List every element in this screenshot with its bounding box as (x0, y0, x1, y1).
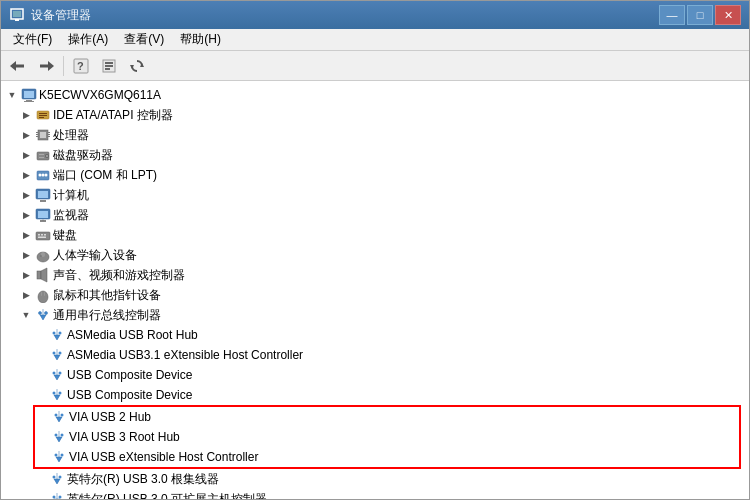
forward-button[interactable] (33, 54, 59, 78)
svg-rect-21 (39, 115, 47, 116)
maximize-button[interactable]: □ (687, 5, 713, 25)
expand-monitor[interactable]: ▶ (19, 208, 33, 222)
tree-root-item[interactable]: ▼ K5ECWVX6GMQ611A (1, 85, 749, 105)
expand-ide[interactable]: ▶ (19, 108, 33, 122)
tree-item-hid[interactable]: ▶ 人体学输入设备 (1, 245, 749, 265)
tree-item-computer[interactable]: ▶ 计算机 (1, 185, 749, 205)
tree-root: ▼ K5ECWVX6GMQ611A ▶ (1, 85, 749, 499)
tree-item-sound[interactable]: ▶ 声音、视频和游戏控制器 (1, 265, 749, 285)
intel-root-label: 英特尔(R) USB 3.0 根集线器 (67, 471, 219, 488)
svg-point-33 (46, 155, 48, 157)
tree-item-asmedia-host[interactable]: ASMedia USB3.1 eXtensible Host Controlle… (1, 345, 749, 365)
tree-item-via-usb2[interactable]: VIA USB 2 Hub (35, 407, 739, 427)
svg-rect-24 (40, 132, 46, 138)
svg-rect-44 (38, 211, 48, 218)
svg-point-68 (53, 392, 56, 395)
expand-hid[interactable]: ▶ (19, 248, 33, 262)
via-usb2-icon (51, 409, 67, 425)
minimize-button[interactable]: — (659, 5, 685, 25)
disk-label: 磁盘驱动器 (53, 147, 113, 164)
tree-item-keyboard[interactable]: ▶ 键盘 (1, 225, 749, 245)
usb-hub-icon-1 (49, 327, 65, 343)
tree-item-composite-2[interactable]: USB Composite Device (1, 385, 749, 405)
tree-item-composite-1[interactable]: USB Composite Device (1, 365, 749, 385)
expand-sound[interactable]: ▶ (19, 268, 33, 282)
expand-disk[interactable]: ▶ (19, 148, 33, 162)
port-label: 端口 (COM 和 LPT) (53, 167, 157, 184)
tree-item-monitor[interactable]: ▶ 监视器 (1, 205, 749, 225)
expand-computer[interactable]: ▶ (19, 188, 33, 202)
menu-action[interactable]: 操作(A) (60, 29, 116, 50)
svg-rect-12 (105, 68, 110, 70)
svg-point-70 (55, 414, 58, 417)
leaf-via-ext (35, 450, 49, 464)
svg-rect-22 (39, 117, 44, 118)
svg-rect-53 (41, 252, 45, 257)
svg-point-78 (53, 496, 56, 499)
refresh-button[interactable] (124, 54, 150, 78)
leaf-asmedia-host (33, 348, 47, 362)
mouse-icon (35, 287, 51, 303)
composite-2-label: USB Composite Device (67, 388, 192, 402)
ide-label: IDE ATA/ATAPI 控制器 (53, 107, 173, 124)
expand-keyboard[interactable]: ▶ (19, 228, 33, 242)
tree-item-intel-ext[interactable]: 英特尔(R) USB 3.0 可扩展主机控制器 (1, 489, 749, 499)
expand-port[interactable]: ▶ (19, 168, 33, 182)
svg-rect-6 (40, 64, 50, 67)
svg-rect-20 (39, 113, 47, 114)
sound-icon (35, 267, 51, 283)
menu-view[interactable]: 查看(V) (116, 29, 172, 50)
svg-rect-2 (15, 19, 19, 21)
mouse-label: 鼠标和其他指针设备 (53, 287, 161, 304)
svg-point-63 (59, 332, 62, 335)
svg-point-73 (61, 434, 64, 437)
back-button[interactable] (5, 54, 31, 78)
close-button[interactable]: ✕ (715, 5, 741, 25)
help-button[interactable]: ? (68, 54, 94, 78)
tree-item-via-usb3[interactable]: VIA USB 3 Root Hub (35, 427, 739, 447)
expand-root[interactable]: ▼ (5, 88, 19, 102)
intel-ext-icon (49, 491, 65, 499)
tree-item-via-ext[interactable]: VIA USB eXtensible Host Controller (35, 447, 739, 467)
expand-mouse[interactable]: ▶ (19, 288, 33, 302)
computer-icon (21, 87, 37, 103)
svg-marker-56 (41, 268, 47, 282)
svg-rect-10 (105, 62, 113, 64)
svg-rect-42 (40, 200, 46, 202)
usb-composite-icon-1 (49, 367, 65, 383)
menu-help[interactable]: 帮助(H) (172, 29, 229, 50)
menu-file[interactable]: 文件(F) (5, 29, 60, 50)
via-usb2-label: VIA USB 2 Hub (69, 410, 151, 424)
svg-point-38 (42, 174, 45, 177)
expand-usb[interactable]: ▼ (19, 308, 33, 322)
svg-point-64 (53, 352, 56, 355)
tree-item-disk[interactable]: ▶ 磁盘驱动器 (1, 145, 749, 165)
device-manager-window: 设备管理器 — □ ✕ 文件(F) 操作(A) 查看(V) 帮助(H) (0, 0, 750, 500)
svg-text:?: ? (77, 60, 84, 72)
leaf-intel-ext (33, 492, 47, 499)
svg-rect-16 (24, 91, 34, 98)
svg-point-75 (61, 454, 64, 457)
tree-item-asmedia-root[interactable]: ASMedia USB Root Hub (1, 325, 749, 345)
properties-button[interactable] (96, 54, 122, 78)
svg-point-67 (59, 372, 62, 375)
asmedia-root-label: ASMedia USB Root Hub (67, 328, 198, 342)
device-tree[interactable]: ▼ K5ECWVX6GMQ611A ▶ (1, 81, 749, 499)
via-usb3-label: VIA USB 3 Root Hub (69, 430, 180, 444)
tree-item-mouse[interactable]: ▶ 鼠标和其他指针设备 (1, 285, 749, 305)
tree-item-usb-controller[interactable]: ▼ 通用串行总线控制器 (1, 305, 749, 325)
window-icon (9, 7, 25, 23)
tree-item-port[interactable]: ▶ 端口 (COM 和 LPT) (1, 165, 749, 185)
tree-item-intel-root[interactable]: 英特尔(R) USB 3.0 根集线器 (1, 469, 749, 489)
svg-point-79 (59, 496, 62, 499)
svg-point-66 (53, 372, 56, 375)
toolbar: ? (1, 51, 749, 81)
keyboard-label: 键盘 (53, 227, 77, 244)
leaf-asmedia-root (33, 328, 47, 342)
svg-rect-18 (24, 101, 34, 102)
tree-item-ide[interactable]: ▶ IDE ATA/ATAPI 控制器 (1, 105, 749, 125)
port-icon (35, 167, 51, 183)
svg-rect-47 (36, 232, 50, 240)
tree-item-cpu[interactable]: ▶ 处理器 (1, 125, 749, 145)
expand-cpu[interactable]: ▶ (19, 128, 33, 142)
